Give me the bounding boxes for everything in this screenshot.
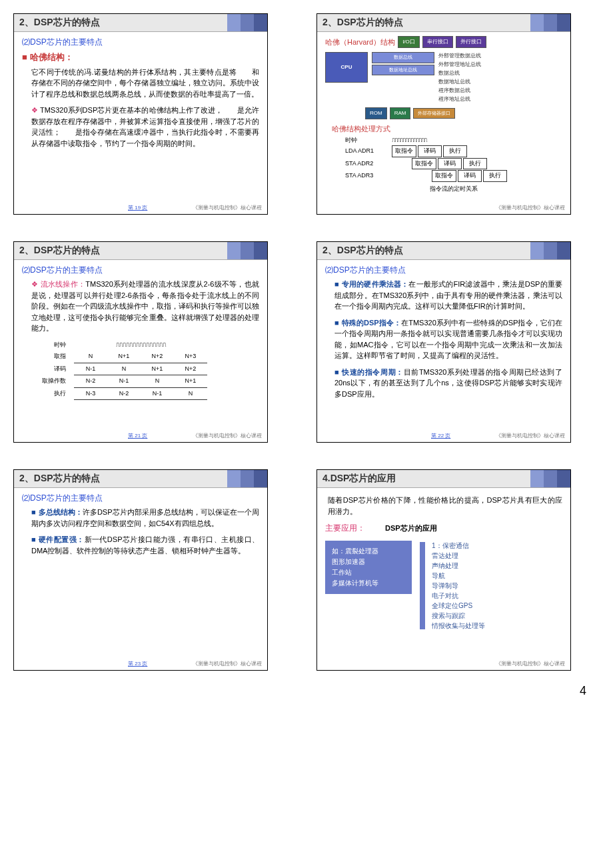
slide-title: 2、DSP芯片的特点	[317, 14, 570, 32]
footer: 《测量与机电控制》核心课程	[496, 204, 565, 211]
slide-body: ⑵DSP芯片的主要特点 流水线操作：TMS320系列处理器的流水线深度从2-6级…	[14, 260, 267, 404]
slide-grid: 2、DSP芯片的特点 ⑵DSP芯片的主要特点 哈佛结构： 它不同于传统的冯.诺曼…	[13, 13, 600, 671]
paragraph: 流水线操作：TMS320系列处理器的流水线深度从2-6级不等，也就是说，处理器可…	[31, 279, 259, 334]
io-box: I/O口	[398, 36, 420, 48]
ext-mem-box: 外部存储器接口	[413, 108, 455, 119]
slide-title: 2、DSP芯片的特点	[14, 470, 267, 488]
title-corner-decor	[530, 242, 570, 259]
instr: LDA ADR1	[345, 147, 385, 156]
pipeline-table: 时钟⎍⎍⎍⎍⎍⎍⎍⎍⎍⎍⎍⎍⎍⎍⎍ 取指NN+1N+2N+3 译码N-1NN+1…	[35, 339, 207, 401]
slide-21: 2、DSP芯片的特点 ⑵DSP芯片的主要特点 流水线操作：TMS320系列处理器…	[13, 241, 268, 443]
slide-22: 2、DSP芯片的特点 ⑵DSP芯片的主要特点 专用的硬件乘法器：在一般形式的FI…	[316, 241, 571, 443]
slide-page-number: 第 21 页	[128, 432, 147, 439]
slide-title: 4.DSP芯片的应用	[317, 470, 570, 488]
slide-title: 2、DSP芯片的特点	[317, 242, 570, 260]
bus-box: 数据总线	[372, 52, 434, 63]
title-text: 2、DSP芯片的特点	[322, 245, 403, 255]
slide-body: ⑵DSP芯片的主要特点 专用的硬件乘法器：在一般形式的FIR滤波器中，乘法是DS…	[317, 260, 570, 409]
bullet: 快速的指令周期：目前TMS320系列处理器的指令周期已经达到了20ns以下，有的…	[334, 367, 562, 400]
bullet: 硬件配置强：新一代DSP芯片接口能力强，有串行口、主机接口、DMA控制器、软件控…	[31, 534, 259, 556]
app-diagram: 如：震裂处理器 图形加速器 工作站 多媒体计算机等 1：保密通信 雷达处理 声纳…	[325, 541, 562, 631]
bus-box: 数据地址总线	[372, 65, 434, 76]
slide-body: 哈佛（Harvard）结构 I/O口 串行接口 并行接口 CPU 数据总线 数据…	[317, 32, 570, 197]
bullet: 特殊的DSP指令：在TMS320系列中有一些特殊的DSP指令，它们在一个指令周期…	[334, 317, 562, 361]
harvard-subheading: 哈佛结构处理方式	[332, 123, 562, 135]
slide-page-number: 第 22 页	[431, 432, 450, 439]
parallel-box: 并行接口	[456, 36, 486, 48]
bus-label: 程序地址总线	[438, 95, 481, 103]
subtitle: ⑵DSP芯片的主要特点	[22, 492, 259, 504]
bullet: 多总线结构：许多DSP芯片内部采用多总线结构，可以保证在一个周期内多次访问程序空…	[31, 507, 259, 529]
title-corner-decor	[227, 14, 267, 31]
clock-label: 时钟	[345, 136, 385, 145]
harvard-diagram: 哈佛（Harvard）结构 I/O口 串行接口 并行接口 CPU 数据总线 数据…	[325, 36, 562, 119]
paragraph: 它不同于传统的冯.诺曼结构的并行体系结构，其主要特点是将 和 存储在不同的存储空…	[31, 67, 259, 100]
title-corner-decor	[227, 470, 267, 487]
slide-body: 随着DSP芯片价格的下降，性能价格比的提高，DSP芯片具有巨大的应用潜力。 主要…	[317, 488, 570, 635]
title-text: 2、DSP芯片的特点	[19, 17, 100, 27]
slide-page-number: 第 23 页	[128, 660, 147, 667]
cpu-box: CPU	[325, 52, 368, 83]
title-text: 2、DSP芯片的特点	[19, 245, 100, 255]
bus-label: 外部管理地址总线	[438, 61, 481, 69]
title-corner-decor	[227, 242, 267, 259]
bus-label: 数据地址总线	[438, 78, 481, 86]
bus-label: 外部管理数据总线	[438, 52, 481, 60]
slide-19: 2、DSP芯片的特点 ⑵DSP芯片的主要特点 哈佛结构： 它不同于传统的冯.诺曼…	[13, 13, 268, 215]
title-text: 4.DSP芯片的应用	[322, 473, 396, 483]
slide-body: ⑵DSP芯片的主要特点 哈佛结构： 它不同于传统的冯.诺曼结构的并行体系结构，其…	[14, 32, 267, 158]
app-right-box: 1：保密通信 雷达处理 声纳处理 导航 导弹制导 电子对抗 全球定位GPS 搜索…	[432, 541, 485, 631]
bus-label: 程序数据总线	[438, 87, 481, 95]
subtitle: ⑵DSP芯片的主要特点	[22, 264, 259, 276]
subtitle: ⑵DSP芯片的主要特点	[22, 36, 259, 48]
instr: STA ADR3	[345, 171, 385, 181]
footer: 《测量与机电控制》核心课程	[193, 432, 262, 439]
title-corner-decor	[530, 470, 570, 487]
bus-label: 数据总线	[438, 69, 481, 77]
ram-box: RAM	[390, 107, 411, 119]
footer: 《测量与机电控制》核心课程	[496, 660, 565, 667]
slide-title: 2、DSP芯片的特点	[14, 14, 267, 32]
rom-box: ROM	[365, 107, 387, 119]
title-corner-decor	[530, 14, 570, 31]
footer: 《测量与机电控制》核心课程	[193, 204, 262, 211]
title-text: 2、DSP芯片的特点	[322, 17, 403, 27]
slide-20: 2、DSP芯片的特点 哈佛（Harvard）结构 I/O口 串行接口 并行接口 …	[316, 13, 571, 215]
harvard-label: 哈佛（Harvard）结构	[325, 37, 395, 48]
serial-box: 串行接口	[422, 36, 453, 48]
section-heading: 哈佛结构：	[22, 51, 259, 64]
title-text: 2、DSP芯片的特点	[19, 473, 100, 483]
instr: STA ADR2	[345, 159, 385, 169]
bullet: 专用的硬件乘法器：在一般形式的FIR滤波器中，乘法是DSP的重要组成部分。在TM…	[334, 279, 562, 312]
timing-diagram: 时钟⎍⎍⎍⎍⎍⎍⎍⎍⎍⎍⎍⎍⎍ LDA ADR1 取指令译码执行 STA ADR…	[345, 136, 562, 194]
slide-page-number: 第 19 页	[128, 204, 147, 211]
slide-title: 2、DSP芯片的特点	[14, 242, 267, 260]
footer: 《测量与机电控制》核心课程	[193, 660, 262, 667]
main-app-label: 主要应用：	[325, 522, 365, 534]
slide-24: 4.DSP芯片的应用 随着DSP芯片价格的下降，性能价格比的提高，DSP芯片具有…	[316, 469, 571, 671]
footer: 《测量与机电控制》核心课程	[496, 432, 565, 439]
slide-body: ⑵DSP芯片的主要特点 多总线结构：许多DSP芯片内部采用多总线结构，可以保证在…	[14, 488, 267, 565]
diagram-title: DSP芯片的应用	[385, 523, 437, 534]
document-page-number: 4	[13, 684, 600, 698]
paragraph: TMS320系列DSP芯片更在基本的哈佛结构上作了改进， 是允许数据存放在程序存…	[31, 105, 259, 149]
slide-23: 2、DSP芯片的特点 ⑵DSP芯片的主要特点 多总线结构：许多DSP芯片内部采用…	[13, 469, 268, 671]
app-left-box: 如：震裂处理器 图形加速器 工作站 多媒体计算机等	[325, 541, 412, 594]
intro-para: 随着DSP芯片价格的下降，性能价格比的提高，DSP芯片具有巨大的应用潜力。	[328, 495, 562, 517]
subtitle: ⑵DSP芯片的主要特点	[325, 264, 562, 276]
timing-caption: 指令流的定时关系	[345, 185, 562, 194]
